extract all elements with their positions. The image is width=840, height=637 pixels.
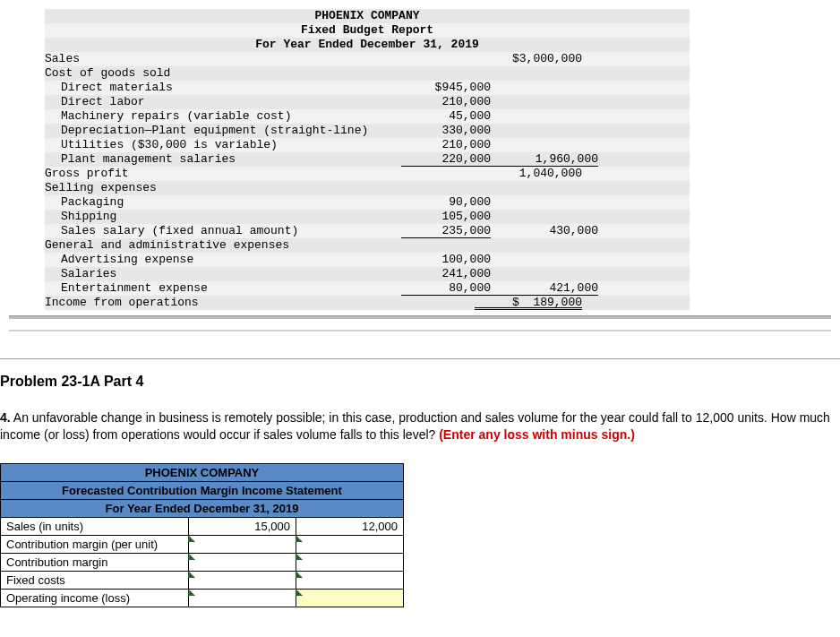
cm-statement-table: PHOENIX COMPANY Forecasted Contribution … <box>0 463 404 607</box>
selling-total: 430,000 <box>491 224 598 238</box>
cogs-item-val: 45,000 <box>401 109 491 124</box>
table-row: Operating income (loss) <box>1 589 404 607</box>
question-text: 4. An unfavorable change in business is … <box>0 409 840 443</box>
cogs-item-val: 210,000 <box>401 95 491 109</box>
cogs-item-label: Utilities ($30,000 is variable) <box>45 138 401 152</box>
table-row: Sales (in units) 15,000 12,000 <box>1 517 404 535</box>
cm-period: For Year Ended December 31, 2019 <box>1 499 404 517</box>
cogs-item-val: 330,000 <box>401 124 491 138</box>
ga-item-val: 100,000 <box>401 253 491 267</box>
cm-opincome-col1-input[interactable] <box>189 589 296 607</box>
cm-sales-units-col2: 12,000 <box>296 517 404 535</box>
sales-value: $3,000,000 <box>475 52 582 66</box>
selling-item-label: Shipping <box>45 210 401 224</box>
cm-total-col2-input[interactable] <box>296 553 404 571</box>
ga-item-val: 241,000 <box>401 267 491 281</box>
income-from-ops-value: $ 189,000 <box>475 296 582 310</box>
cogs-item-val: 210,000 <box>401 138 491 152</box>
sales-label: Sales <box>45 52 385 66</box>
cm-sales-units-col1: 15,000 <box>189 517 296 535</box>
cm-per-unit-col2-input[interactable] <box>296 535 404 553</box>
cm-total-col1-input[interactable] <box>189 553 296 571</box>
fixed-budget-report: PHOENIX COMPANY Fixed Budget Report For … <box>9 9 831 331</box>
cogs-item-val: 220,000 <box>401 152 491 167</box>
cogs-item-label: Plant management salaries <box>45 152 401 167</box>
selling-heading: Selling expenses <box>45 181 385 195</box>
table-row: Contribution margin <box>1 553 404 571</box>
ga-item-val: 80,000 <box>401 281 491 296</box>
cogs-item-label: Direct materials <box>45 81 401 95</box>
divider <box>9 315 831 319</box>
cm-fixed-col1-input[interactable] <box>189 571 296 589</box>
report-company: PHOENIX COMPANY <box>45 9 690 23</box>
selling-item-label: Packaging <box>45 195 401 210</box>
cogs-item-val: $945,000 <box>401 81 491 95</box>
table-row: Contribution margin (per unit) <box>1 535 404 553</box>
question-number: 4. <box>0 410 11 425</box>
cogs-heading: Cost of goods sold <box>45 66 385 81</box>
cm-row-label: Operating income (loss) <box>1 589 189 607</box>
cogs-item-label: Machinery repairs (variable cost) <box>45 109 401 124</box>
cm-fixed-col2-input[interactable] <box>296 571 404 589</box>
cm-row-label: Contribution margin <box>1 553 189 571</box>
selling-item-val: 90,000 <box>401 195 491 210</box>
cm-title: Forecasted Contribution Margin Income St… <box>1 481 404 499</box>
cogs-total: 1,960,000 <box>491 152 598 167</box>
selling-item-val: 105,000 <box>401 210 491 224</box>
divider <box>0 358 840 359</box>
cm-row-label: Fixed costs <box>1 571 189 589</box>
ga-item-label: Salaries <box>45 267 401 281</box>
gross-profit-label: Gross profit <box>45 167 385 181</box>
report-title: Fixed Budget Report <box>45 23 690 38</box>
income-from-ops-label: Income from operations <box>45 296 385 310</box>
ga-heading: General and administrative expenses <box>45 238 385 253</box>
cm-row-label: Sales (in units) <box>1 517 189 535</box>
problem-heading: Problem 23-1A Part 4 <box>0 374 840 390</box>
cogs-item-label: Direct labor <box>45 95 401 109</box>
ga-item-label: Entertainment expense <box>45 281 401 296</box>
question-instruction: (Enter any loss with minus sign.) <box>439 427 635 442</box>
cm-company: PHOENIX COMPANY <box>1 463 404 481</box>
selling-item-val: 235,000 <box>401 224 491 238</box>
report-period: For Year Ended December 31, 2019 <box>45 38 690 52</box>
cm-opincome-col2-input[interactable] <box>296 589 404 607</box>
cm-per-unit-col1-input[interactable] <box>189 535 296 553</box>
cogs-item-label: Depreciation—Plant equipment (straight-l… <box>45 124 401 138</box>
table-row: Fixed costs <box>1 571 404 589</box>
cm-row-label: Contribution margin (per unit) <box>1 535 189 553</box>
question-body: An unfavorable change in business is rem… <box>0 410 830 442</box>
ga-item-label: Advertising expense <box>45 253 401 267</box>
ga-total: 421,000 <box>491 281 598 296</box>
gross-profit-value: 1,040,000 <box>475 167 582 181</box>
selling-item-label: Sales salary (fixed annual amount) <box>45 224 401 238</box>
